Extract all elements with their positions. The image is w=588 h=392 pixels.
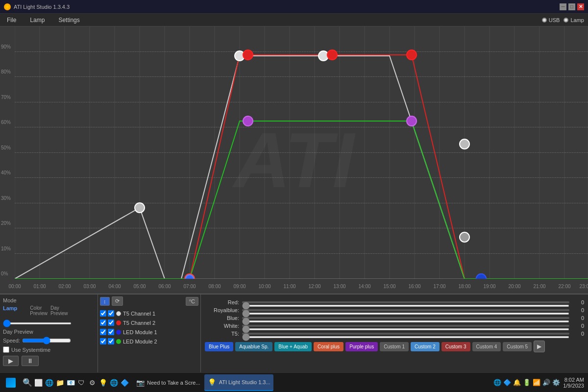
preset-custom4[interactable]: Custom 4 (472, 342, 501, 351)
screenshot-icon: 📷 (135, 378, 145, 388)
pause-button[interactable]: ⏸ (22, 356, 39, 366)
minimize-button[interactable]: ─ (560, 3, 566, 10)
t5-slider[interactable] (242, 336, 569, 338)
red-slider[interactable] (242, 305, 569, 307)
day-preview-btn[interactable]: DayPreview (50, 305, 68, 316)
led-module2-line (15, 121, 588, 279)
ch1-check2[interactable] (108, 310, 114, 317)
day-preview-label: Day Preview (3, 329, 33, 335)
taskbar-clock[interactable]: 8:02 AM 1/9/2023 (563, 377, 584, 389)
network-icon[interactable]: 🌐 (493, 379, 501, 386)
close-button[interactable]: ✕ (577, 3, 584, 10)
speed-slider[interactable] (22, 337, 71, 344)
blue-value: 0 (572, 315, 584, 321)
ati-taskbar-icon: 💡 (207, 377, 217, 387)
taskbar-screenshot-item[interactable]: 📷 Need to Take a Scre... (132, 374, 203, 391)
t5-value: 0 (572, 331, 584, 337)
preset-arrow-right[interactable]: ▶ (534, 341, 545, 352)
preset-purple-plus[interactable]: Purple plus (345, 342, 378, 351)
preset-blue-aquab[interactable]: Blue + Aquab (274, 342, 312, 351)
bluetooth-icon[interactable]: 🔷 (503, 379, 511, 386)
ch1-check1[interactable] (100, 310, 106, 317)
pin4-icon[interactable]: 🛡 (76, 378, 86, 388)
ch3-check2[interactable] (108, 329, 114, 335)
color-preview-btn[interactable]: ColorPreview (30, 305, 48, 316)
cp-white-5[interactable] (460, 232, 469, 242)
preset-custom1[interactable]: Custom 1 (380, 342, 409, 351)
time-0400: 04:00 (108, 284, 121, 289)
preset-blue-plus[interactable]: Blue Plus (205, 342, 233, 351)
cp-white-3[interactable] (318, 51, 328, 61)
menu-settings[interactable]: Settings (55, 16, 82, 24)
cp-green-1[interactable] (186, 275, 194, 279)
taskbar-ati-item[interactable]: 💡 ATI Light Studio 1.3... (204, 374, 273, 391)
ch2-check1[interactable] (100, 319, 106, 326)
pin6-icon[interactable]: 💡 (98, 378, 108, 388)
time-1800: 18:00 (458, 284, 470, 289)
cp-green-2[interactable] (243, 116, 253, 126)
play-button[interactable]: ▶ (3, 356, 19, 366)
preset-custom3[interactable]: Custom 3 (441, 342, 470, 351)
red-label: Red: (205, 299, 239, 305)
playback-controls: ▶ ⏸ (3, 356, 95, 366)
search-icon[interactable]: 🔍 (23, 378, 32, 388)
lamp-label: Lamp (570, 17, 584, 23)
cp-white-4[interactable] (460, 139, 469, 149)
refresh-button[interactable]: ⟳ (112, 296, 123, 306)
ch3-dot (116, 330, 121, 335)
time-0800: 08:00 (208, 284, 220, 289)
menu-lamp[interactable]: Lamp (27, 16, 48, 24)
cp-red-3[interactable] (327, 50, 337, 60)
t5-slider-track (242, 333, 569, 335)
ati-taskbar-label: ATI Light Studio 1.3... (219, 379, 270, 385)
white-slider[interactable] (242, 328, 569, 330)
ch1-dot (116, 311, 121, 316)
pin5-icon[interactable]: ⚙ (87, 378, 97, 388)
preset-custom5[interactable]: Custom 5 (503, 342, 532, 351)
ch2-check2[interactable] (108, 319, 114, 326)
grid-label-0: 0% (1, 271, 8, 276)
cp-white-1[interactable] (135, 203, 145, 213)
grid-label-80: 80% (1, 69, 11, 74)
use-system-checkbox[interactable] (3, 346, 9, 353)
settings-icon[interactable]: ⚙️ (552, 379, 560, 386)
t5-label: T5: (205, 331, 239, 337)
grid-label-60: 60% (1, 120, 11, 125)
blue-slider[interactable] (242, 320, 569, 322)
battery-icon[interactable]: 🔋 (523, 379, 531, 386)
list-item: T5 Channel 1 (100, 309, 198, 318)
wifi-icon[interactable]: 📶 (533, 379, 540, 386)
lamp-mode-btn[interactable]: Lamp (3, 305, 17, 316)
white-label: White: (205, 323, 239, 329)
cp-red-4[interactable] (407, 50, 416, 60)
pin2-icon[interactable]: 📁 (55, 378, 65, 388)
maximize-button[interactable]: □ (568, 3, 575, 10)
royalblue-slider[interactable] (242, 313, 569, 315)
cp-green-4[interactable] (476, 274, 486, 279)
preset-custom2[interactable]: Custom 2 (411, 342, 440, 351)
cp-green-3[interactable] (407, 116, 416, 126)
ch4-check2[interactable] (108, 338, 114, 344)
menu-bar-right: USB Lamp (542, 17, 584, 23)
preset-aquablue[interactable]: Aquablue Sp. (235, 342, 272, 351)
preset-coral-plus[interactable]: Coral plus (314, 342, 343, 351)
menu-file[interactable]: File (4, 16, 19, 24)
volume-icon[interactable]: 🔊 (542, 379, 550, 386)
taskbar-pinned-icons: 🔍 ⬜ 🌐 📁 📧 🛡 ⚙ 💡 🌐 🔷 (23, 378, 129, 388)
pin7-icon[interactable]: 🌐 (109, 378, 119, 388)
cp-red-2[interactable] (243, 50, 253, 60)
ch3-check1[interactable] (100, 329, 106, 335)
taskview-icon[interactable]: ⬜ (33, 378, 43, 388)
temp-unit-button[interactable]: °C (186, 297, 198, 306)
start-button[interactable] (2, 374, 20, 392)
pin8-icon[interactable]: 🔷 (120, 378, 129, 388)
time-2300: 23:00 (579, 284, 588, 289)
sort-button[interactable]: ↕ (100, 297, 110, 306)
ch4-check1[interactable] (100, 338, 106, 344)
pin3-icon[interactable]: 📧 (66, 378, 75, 388)
day-preview-row: Day Preview (3, 329, 95, 335)
notification-icon[interactable]: 🔔 (513, 379, 521, 386)
pin1-icon[interactable]: 🌐 (44, 378, 54, 388)
lamp-slider[interactable] (3, 322, 72, 324)
list-item: T5 Channel 2 (100, 318, 198, 327)
